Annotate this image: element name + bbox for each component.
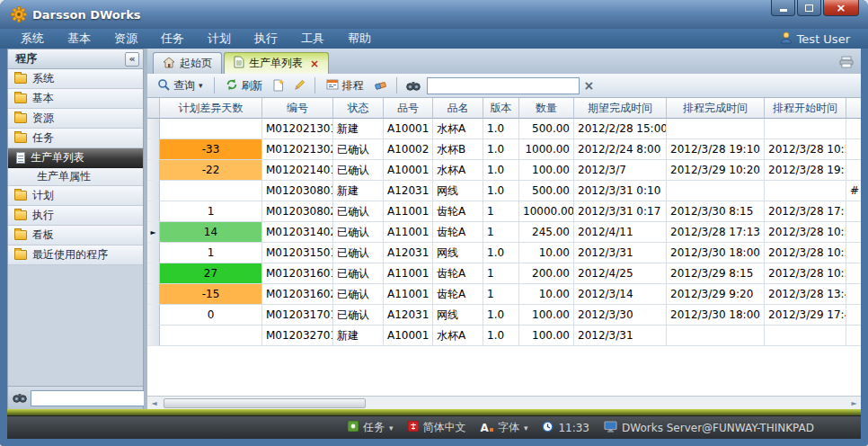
grid-cell-no[interactable]: M012031701 <box>262 305 333 326</box>
toolbar-search-clear-icon[interactable]: × <box>584 79 595 92</box>
menu-item[interactable]: 执行 <box>243 31 289 47</box>
grid-row[interactable]: 1M012031501已确认A12031网线1.010.002012/3/312… <box>147 243 861 263</box>
menu-item[interactable]: 帮助 <box>336 31 383 47</box>
grid-cell-sch_start[interactable]: 2012/3/28 10:52 <box>765 243 846 263</box>
grid-cell-ver[interactable]: 1 <box>483 284 519 305</box>
grid-cell-pno[interactable]: A12031 <box>384 243 433 263</box>
row-selector[interactable] <box>147 160 160 181</box>
grid-cell-pno[interactable]: A11001 <box>384 263 433 284</box>
grid-cell-extra[interactable] <box>846 139 861 160</box>
grid-cell-pno[interactable]: A10001 <box>384 160 433 181</box>
grid-cell-diff[interactable]: 0 <box>160 305 262 326</box>
grid-cell-qty[interactable]: 100.00 <box>519 305 574 326</box>
menu-item[interactable]: 系统 <box>9 31 56 47</box>
sidebar-item[interactable]: 基本 <box>8 89 143 109</box>
row-selector[interactable] <box>147 181 160 201</box>
grid-cell-status[interactable]: 已确认 <box>333 160 384 181</box>
grid-cell-sch_start[interactable]: 2012/3/28 17:13 <box>765 201 846 222</box>
grid-cell-pno[interactable]: A11001 <box>384 201 433 222</box>
grid-header-cell[interactable]: 编号 <box>262 98 333 119</box>
grid-cell-expect[interactable]: 2012/3/31 0:17 <box>574 201 667 222</box>
grid-cell-no[interactable]: M012032701 <box>262 326 333 346</box>
grid-cell-status[interactable]: 新建 <box>333 181 384 201</box>
sidebar-item[interactable]: 看板 <box>8 226 143 245</box>
grid-cell-extra[interactable] <box>846 119 861 139</box>
grid-cell-qty[interactable]: 10.00 <box>519 284 574 305</box>
grid-cell-pname[interactable]: 齿轮A <box>433 284 483 305</box>
grid-cell-ver[interactable]: 1.0 <box>483 119 519 139</box>
row-selector[interactable] <box>147 326 160 346</box>
grid-cell-diff[interactable]: -15 <box>160 284 262 305</box>
menu-item[interactable]: 任务 <box>149 31 196 47</box>
grid-cell-pname[interactable]: 水杯B <box>433 139 483 160</box>
grid-cell-sch_start[interactable]: 2012/3/28 13:40 <box>765 284 846 305</box>
grid-cell-qty[interactable]: 100.00 <box>519 160 574 181</box>
grid-cell-diff[interactable]: 27 <box>160 263 262 284</box>
grid-cell-sch_end[interactable]: 2012/3/30 8:15 <box>667 201 765 222</box>
grid-cell-no[interactable]: M012021301 <box>262 119 333 139</box>
grid-cell-pno[interactable]: A11001 <box>384 284 433 305</box>
grid-cell-status[interactable]: 已确认 <box>333 222 384 243</box>
menu-item[interactable]: 工具 <box>289 31 336 47</box>
grid-cell-pname[interactable]: 齿轮A <box>433 222 483 243</box>
printer-icon[interactable] <box>839 55 854 72</box>
grid-cell-qty[interactable]: 500.00 <box>519 181 574 201</box>
statusbar-server[interactable]: DWorks Server@FUNWAY-THINKPAD <box>604 421 814 435</box>
grid-cell-expect[interactable]: 2012/4/25 <box>574 263 667 284</box>
grid-cell-diff[interactable]: 1 <box>160 243 262 263</box>
query-button[interactable]: 查询 ▾ <box>154 76 207 95</box>
grid-cell-diff[interactable] <box>160 181 262 201</box>
minimize-button[interactable] <box>771 0 795 16</box>
grid-cell-no[interactable]: M012031602 <box>262 284 333 305</box>
grid-cell-pname[interactable]: 水杯A <box>433 119 483 139</box>
grid-row[interactable]: M012032701新建A10001水杯A1.0100.002012/3/31 <box>147 326 861 346</box>
grid-cell-sch_end[interactable] <box>667 326 765 346</box>
grid-header-cell[interactable]: 版本 <box>483 98 519 119</box>
grid-cell-diff[interactable] <box>160 326 262 346</box>
grid-cell-qty[interactable]: 10000.00 <box>519 201 574 222</box>
grid-cell-qty[interactable]: 1000.00 <box>519 139 574 160</box>
grid-row[interactable]: -33M012021302已确认A10002水杯B1.01000.002012/… <box>147 139 861 160</box>
horizontal-scrollbar[interactable]: ◄ ► <box>147 396 861 409</box>
grid-cell-qty[interactable]: 10.00 <box>519 243 574 263</box>
grid-row[interactable]: ►14M012031402已确认A11001齿轮A1245.002012/4/1… <box>147 222 861 243</box>
statusbar-font[interactable]: A 字体 ▾ <box>481 420 528 435</box>
user-box[interactable]: Test User <box>780 31 850 47</box>
grid-cell-pno[interactable]: A10001 <box>384 326 433 346</box>
scroll-left-arrow-icon[interactable]: ◄ <box>147 397 161 409</box>
grid-row[interactable]: M012021301新建A10001水杯A1.0500.002012/2/28 … <box>147 119 861 139</box>
row-selector[interactable] <box>147 263 160 284</box>
grid-cell-pname[interactable]: 网线 <box>433 305 483 326</box>
grid-cell-ver[interactable]: 1.0 <box>483 139 519 160</box>
grid-cell-ver[interactable]: 1 <box>483 201 519 222</box>
grid-cell-sch_start[interactable]: 2012/3/28 10:52 <box>765 139 846 160</box>
grid-cell-pno[interactable]: A12031 <box>384 181 433 201</box>
grid-cell-no[interactable]: M012030802 <box>262 201 333 222</box>
grid-cell-ver[interactable]: 1 <box>483 263 519 284</box>
grid-cell-no[interactable]: M012031501 <box>262 243 333 263</box>
grid-cell-extra[interactable] <box>846 305 861 326</box>
grid-cell-extra[interactable] <box>846 222 861 243</box>
grid-cell-sch_start[interactable] <box>765 326 846 346</box>
toolbar-search-input[interactable] <box>427 77 580 94</box>
grid-cell-ver[interactable]: 1.0 <box>483 243 519 263</box>
grid-cell-extra[interactable] <box>846 160 861 181</box>
grid-cell-status[interactable]: 已确认 <box>333 243 384 263</box>
grid-header-cell[interactable]: 计划差异天数 <box>160 98 262 119</box>
grid-cell-status[interactable]: 已确认 <box>333 139 384 160</box>
grid-cell-pname[interactable]: 网线 <box>433 243 483 263</box>
grid-cell-sch_end[interactable]: 2012/3/28 17:13 <box>667 222 765 243</box>
sidebar-item[interactable]: 最近使用的程序 <box>8 245 143 265</box>
tab-production-order-list[interactable]: 生产单列表 × <box>224 52 329 74</box>
grid-cell-sch_end[interactable] <box>667 119 765 139</box>
grid-cell-extra[interactable] <box>846 326 861 346</box>
grid-cell-no[interactable]: M012030801 <box>262 181 333 201</box>
grid-cell-expect[interactable]: 2012/3/14 <box>574 284 667 305</box>
grid-cell-sch_start[interactable]: 2012/3/28 19:10 <box>765 160 846 181</box>
grid-cell-ver[interactable]: 1.0 <box>483 160 519 181</box>
grid-cell-pname[interactable]: 齿轮A <box>433 263 483 284</box>
grid-cell-extra[interactable] <box>846 263 861 284</box>
grid-cell-pname[interactable]: 网线 <box>433 181 483 201</box>
grid-header-cell[interactable]: 品名 <box>433 98 483 119</box>
statusbar-tasks[interactable]: 任务 ▾ <box>348 420 394 435</box>
